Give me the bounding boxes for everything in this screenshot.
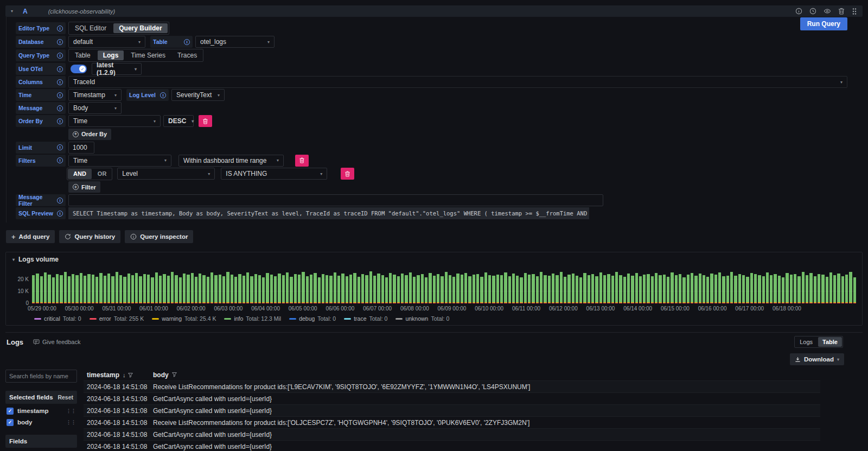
query-type-logs[interactable]: Logs [98,50,124,60]
query-type-table[interactable]: Table [69,49,97,61]
info-icon[interactable] [57,79,63,85]
drag-handle-icon[interactable]: ⋮⋮ [66,408,76,414]
selected-field-body[interactable]: ✓body⋮⋮ [5,418,77,427]
editor-type-sql-editor[interactable]: SQL Editor [69,22,112,34]
filter2-operator-select[interactable]: IS ANYTHING▾ [221,168,327,180]
body-column-header[interactable]: body [153,371,820,379]
bar [766,272,769,303]
bar [623,277,626,303]
message-filter-row: Message Filter [16,194,863,206]
order-by-field-select[interactable]: Time▾ [68,115,161,127]
view-toggle-table[interactable]: Table [818,337,842,347]
sort-desc-icon[interactable]: ↓ [123,372,126,378]
sql-preview-code[interactable]: SELECT Timestamp as timestamp, Body as b… [68,207,589,219]
trash-icon[interactable] [838,8,845,15]
help-icon[interactable] [795,8,802,15]
query-inspector-button[interactable]: Query inspector [125,230,193,243]
bar [595,276,598,303]
bool-or[interactable]: OR [92,168,112,180]
view-toggle-logs[interactable]: Logs [795,336,818,347]
legend-item-unknown[interactable]: unknownTotal: 0 [395,315,449,322]
filter-funnel-icon[interactable] [128,373,133,378]
checkbox-checked[interactable]: ✓ [7,408,14,415]
bar [99,273,102,303]
x-tick-label: 06/04 00:00 [251,306,280,312]
logs-volume-title[interactable]: ▾Logs volume [10,256,858,263]
legend-item-warning[interactable]: warningTotal: 25.4 K [152,315,216,322]
reset-button[interactable]: Reset [58,394,73,401]
info-icon[interactable] [57,39,63,45]
table-row[interactable]: 2024-06-18 14:51:08GetCartAsync called w… [84,392,820,404]
legend-swatch [34,318,41,320]
limit-input[interactable] [68,142,94,154]
bar [373,276,376,303]
legend-item-debug[interactable]: debugTotal: 0 [289,315,336,322]
drag-handle-icon[interactable] [852,8,857,15]
legend-item-info[interactable]: infoTotal: 12.3 Mil [224,315,281,322]
log-level-select[interactable]: SeverityText▾ [171,89,225,101]
info-icon[interactable] [57,211,63,217]
message-filter-input[interactable] [68,194,603,206]
run-query-button[interactable]: Run Query [800,17,847,30]
bool-and[interactable]: AND [68,169,92,179]
fields-sidebar: Selected fields Reset ✓timestamp⋮⋮✓body⋮… [5,370,77,451]
info-icon[interactable] [184,39,190,45]
table-row[interactable]: 2024-06-18 14:51:08GetCartAsync called w… [84,404,820,416]
checkbox-checked[interactable]: ✓ [7,419,14,426]
drag-handle-icon[interactable]: ⋮⋮ [66,420,76,425]
table-row[interactable]: 2024-06-18 14:51:08Receive ListRecommend… [84,380,820,392]
x-tick-label: 06/03 00:00 [214,306,242,312]
legend-item-error[interactable]: errorTotal: 255 K [90,315,144,322]
time-column-select[interactable]: Timestamp▾ [68,89,122,101]
logs-volume-plot[interactable]: 20 K10 K0 [32,271,856,303]
info-icon[interactable] [57,157,63,163]
info-icon[interactable] [57,118,63,124]
query-type-traces[interactable]: Traces [171,49,203,61]
info-icon[interactable] [57,92,63,98]
add-query-button[interactable]: +Add query [6,230,55,243]
remove-filter2-button[interactable] [341,168,354,180]
legend-item-critical[interactable]: criticalTotal: 0 [34,315,81,322]
info-icon[interactable] [57,26,63,31]
info-icon[interactable] [57,53,63,59]
logs-body: Selected fields Reset ✓timestamp⋮⋮✓body⋮… [5,370,863,451]
history-icon[interactable] [809,8,816,15]
timestamp-column-header[interactable]: timestamp↓ [87,371,153,379]
info-icon[interactable] [57,198,63,204]
info-icon[interactable] [57,66,63,72]
search-fields-input[interactable] [5,370,77,383]
legend-item-trace[interactable]: traceTotal: 0 [344,315,387,322]
columns-multiselect[interactable]: TraceId▾ [68,76,847,88]
filter1-field-select[interactable]: Time▾ [68,155,171,167]
filter2-field-select[interactable]: Level▾ [117,168,215,180]
give-feedback-link[interactable]: Give feedback [33,339,80,345]
table-row[interactable]: 2024-06-18 14:51:08Receive ListRecommend… [84,416,820,428]
selected-field-timestamp[interactable]: ✓timestamp⋮⋮ [5,406,77,415]
remove-filter1-button[interactable] [295,155,309,167]
legend-name: critical [44,315,60,322]
table-row[interactable]: 2024-06-18 14:51:08GetCartAsync called w… [84,428,820,440]
add-filter-button[interactable]: Filter [68,181,100,193]
message-column-select[interactable]: Body▾ [68,102,122,114]
info-icon[interactable] [160,92,166,98]
info-icon[interactable] [57,144,63,150]
history-arrow-icon [65,233,71,240]
remove-order-by-button[interactable] [199,115,212,127]
editor-type-query-builder[interactable]: Query Builder [113,23,167,33]
database-select[interactable]: default▾ [68,36,145,48]
order-by-direction-select[interactable]: DESC▾ [163,115,194,127]
filter1-operator-select[interactable]: Within dashboard time range▾ [178,155,284,167]
table-row[interactable]: 2024-06-18 14:51:08GetCartAsync called w… [84,440,820,451]
use-otel-toggle[interactable]: ✓ [71,65,87,73]
add-order-by-button[interactable]: Order By [68,129,111,140]
query-history-button[interactable]: Query history [59,230,120,243]
download-button[interactable]: Download ▾ [790,353,844,365]
table-select[interactable]: otel_logs▾ [195,36,275,48]
info-icon[interactable] [57,105,63,111]
collapse-chevron-icon[interactable]: ▾ [11,9,13,14]
query-type-time-series[interactable]: Time Series [125,49,171,61]
bar [116,272,118,303]
filter-funnel-icon[interactable] [172,372,177,377]
eye-icon[interactable] [824,8,831,15]
otel-version-select[interactable]: latest (1.2.9)▾ [92,63,142,75]
